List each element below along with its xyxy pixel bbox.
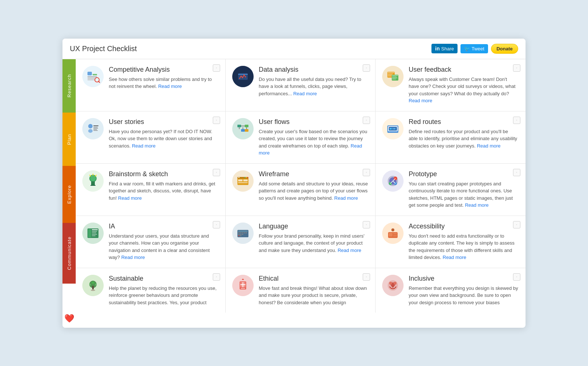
svg-rect-21 xyxy=(388,76,392,77)
checkbox-user-stories[interactable]: · xyxy=(213,117,220,124)
icon-ethical xyxy=(232,275,254,296)
svg-point-105 xyxy=(391,228,394,231)
svg-rect-37 xyxy=(245,125,248,127)
icon-inclusive xyxy=(382,275,404,296)
card-desc-inclusive: Remember that everything you design is s… xyxy=(409,285,518,306)
data-analysis-icon-svg xyxy=(232,66,254,87)
card-title-accessibility: Accessibility xyxy=(409,223,518,230)
tweet-button[interactable]: 🐦 Tweet xyxy=(460,44,488,53)
svg-point-14 xyxy=(244,74,245,75)
card-body-ethical: Ethical Move fast and break things! What… xyxy=(259,275,368,306)
icon-competitive-analysis xyxy=(82,66,104,87)
sidebar: Research Plan Explore Communicate ❤️ xyxy=(62,59,76,328)
checkbox-ia[interactable]: · xyxy=(213,221,220,228)
sidebar-item-plan[interactable]: Plan xyxy=(62,113,76,166)
read-more-user-stories[interactable]: Read more xyxy=(132,143,155,149)
card-title-ia: IA xyxy=(109,223,218,230)
row-communicate: · IA xyxy=(76,216,526,268)
sidebar-item-communicate[interactable]: Communicate xyxy=(62,223,76,284)
svg-rect-4 xyxy=(87,78,95,79)
card-body-user-flows: User flows Create your user's flow based… xyxy=(259,118,368,157)
svg-rect-108 xyxy=(92,286,94,289)
sidebar-item-research[interactable]: Research xyxy=(62,59,76,113)
svg-rect-95 xyxy=(238,234,240,235)
card-desc-accessibility: You don't need to add extra functionalit… xyxy=(409,232,518,261)
checkbox-ethical[interactable]: · xyxy=(363,273,370,281)
card-prototype: · xyxy=(376,164,526,216)
user-stories-icon-svg xyxy=(82,118,104,139)
checkbox-accessibility[interactable]: · xyxy=(513,221,520,228)
card-sustainable: · Sustainable xyxy=(76,268,226,313)
read-more-ia[interactable]: Read more xyxy=(121,255,145,260)
competitive-analysis-icon-svg xyxy=(82,66,104,87)
donate-button[interactable]: Donate xyxy=(491,44,518,54)
checkbox-prototype[interactable]: · xyxy=(513,169,520,176)
icon-sustainable xyxy=(82,275,104,296)
svg-rect-96 xyxy=(240,234,241,235)
card-wireframe: · xyxy=(226,164,376,216)
checkbox-inclusive[interactable]: · xyxy=(513,273,520,281)
language-icon-svg xyxy=(232,223,254,244)
ia-icon-svg xyxy=(82,223,104,244)
card-title-ethical: Ethical xyxy=(259,275,368,283)
checkbox-data-analysis[interactable]: · xyxy=(363,64,370,72)
linkedin-icon: in xyxy=(435,46,440,51)
svg-rect-83 xyxy=(92,231,97,232)
checkbox-user-feedback[interactable]: · xyxy=(513,64,520,72)
svg-point-15 xyxy=(245,76,246,77)
read-more-red-routes[interactable]: Read more xyxy=(477,143,501,149)
checkbox-user-flows[interactable]: · xyxy=(363,117,370,124)
card-title-user-feedback: User feedback xyxy=(409,66,518,74)
svg-rect-25 xyxy=(392,78,397,78)
read-more-prototype[interactable]: Read more xyxy=(465,202,488,208)
svg-rect-94 xyxy=(245,232,247,233)
read-more-competitive-analysis[interactable]: Read more xyxy=(158,83,182,89)
svg-rect-38 xyxy=(241,129,245,132)
svg-rect-2 xyxy=(93,74,97,75)
card-desc-user-stories: Have you done personas yet? If not DO IT… xyxy=(109,128,218,150)
share-linkedin-button[interactable]: in Share xyxy=(431,44,458,53)
svg-rect-32 xyxy=(93,128,98,129)
svg-point-67 xyxy=(247,177,248,178)
sidebar-bottom: ❤️ xyxy=(62,284,76,328)
svg-rect-48 xyxy=(390,128,392,129)
twitter-icon: 🐦 xyxy=(464,46,470,51)
svg-rect-33 xyxy=(93,129,97,130)
svg-rect-10 xyxy=(238,74,248,75)
svg-point-109 xyxy=(91,289,95,291)
card-ia: · IA xyxy=(76,216,226,268)
read-more-accessibility[interactable]: Read more xyxy=(443,255,466,260)
read-more-wireframe[interactable]: Read more xyxy=(334,195,358,201)
main-container: UX Project Checklist in Share 🐦 Tweet Do… xyxy=(62,39,526,328)
read-more-user-feedback[interactable]: Read more xyxy=(409,98,432,103)
checkbox-brainstorm[interactable]: · xyxy=(213,169,220,176)
svg-rect-5 xyxy=(87,79,96,80)
card-body-user-feedback: User feedback Always speak with Customer… xyxy=(409,66,518,104)
svg-rect-50 xyxy=(394,128,395,129)
row-plan: · User st xyxy=(76,111,526,164)
content-area: Research Plan Explore Communicate ❤️ · xyxy=(62,59,526,328)
svg-rect-102 xyxy=(389,233,392,237)
read-more-data-analysis[interactable]: Read more xyxy=(293,91,317,96)
card-user-feedback: · xyxy=(376,59,526,111)
icon-ia xyxy=(82,223,104,244)
card-title-data-analysis: Data analysis xyxy=(259,66,368,74)
checkbox-wireframe[interactable]: · xyxy=(363,169,370,176)
read-more-language[interactable]: Read more xyxy=(338,248,361,253)
svg-rect-93 xyxy=(244,232,245,233)
card-title-inclusive: Inclusive xyxy=(409,275,518,283)
card-desc-prototype: You can start creating paper prototypes … xyxy=(409,180,518,209)
svg-rect-90 xyxy=(238,232,240,233)
card-body-language: Language Follow your brand personality, … xyxy=(259,223,368,254)
sidebar-item-explore[interactable]: Explore xyxy=(62,166,76,223)
svg-point-69 xyxy=(244,177,245,178)
card-title-user-flows: User flows xyxy=(259,118,368,126)
checkbox-language[interactable]: · xyxy=(363,221,370,228)
icon-user-feedback xyxy=(382,66,404,87)
svg-rect-3 xyxy=(87,77,97,77)
checkbox-competitive-analysis[interactable]: · xyxy=(213,64,220,72)
card-desc-ethical: Move fast and break things! What about s… xyxy=(259,285,368,306)
read-more-brainstorm[interactable]: Read more xyxy=(118,195,141,201)
checkbox-sustainable[interactable]: · xyxy=(213,273,220,281)
checkbox-red-routes[interactable]: · xyxy=(513,117,520,124)
